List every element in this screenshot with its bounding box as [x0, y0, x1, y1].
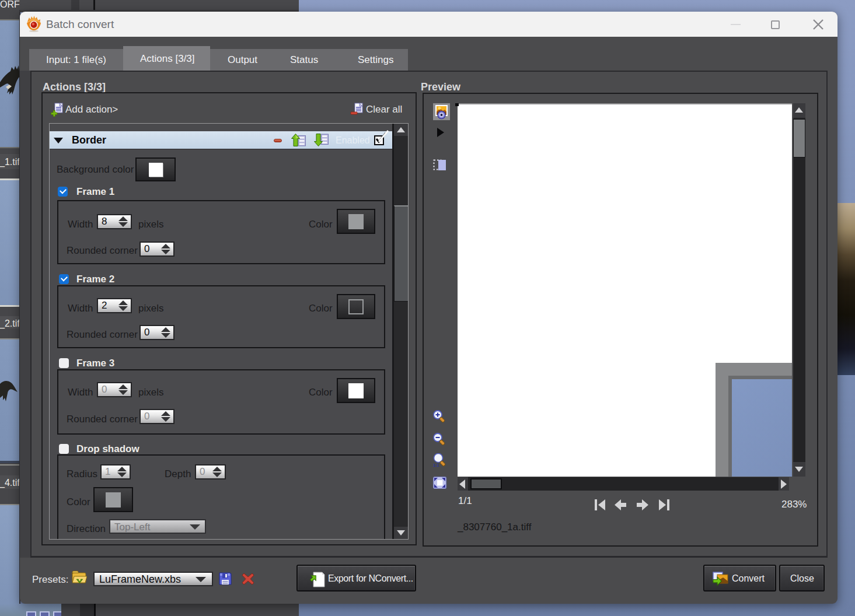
svg-text:1:1: 1:1 [433, 463, 439, 467]
